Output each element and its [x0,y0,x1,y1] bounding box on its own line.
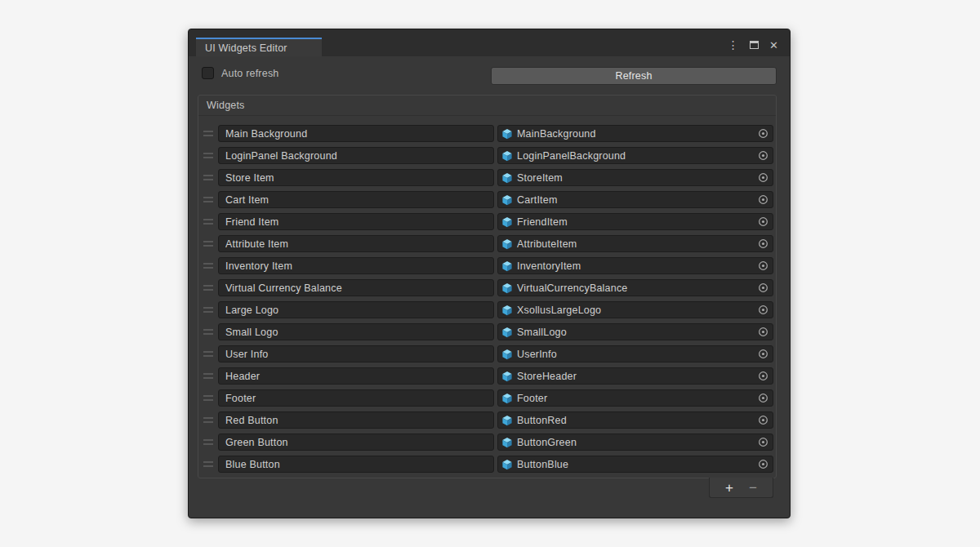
drag-handle-icon[interactable] [198,241,218,247]
widget-name-input[interactable] [218,169,494,186]
widget-row: ButtonBlue [198,456,776,473]
prefab-object-field[interactable]: ButtonBlue [497,456,773,473]
drag-handle-icon[interactable] [198,219,218,225]
widget-row: ButtonGreen [198,434,776,451]
widgets-list-header: Widgets [198,96,776,116]
widget-row: XsollusLargeLogo [198,301,776,318]
widget-name-input[interactable] [218,213,494,230]
object-picker-icon[interactable] [756,150,768,161]
widget-name-input[interactable] [218,389,494,407]
prefab-object-field[interactable]: StoreItem [497,169,773,186]
object-picker-icon[interactable] [756,349,768,359]
drag-handle-icon[interactable] [198,263,218,269]
prefab-cube-icon [501,415,513,426]
object-picker-icon[interactable] [756,194,768,205]
prefab-cube-icon [501,128,513,140]
drag-handle-icon[interactable] [198,417,218,423]
widget-name-input[interactable] [218,125,494,142]
prefab-cube-icon [501,327,513,338]
object-picker-icon[interactable] [756,459,768,469]
object-picker-icon[interactable] [756,172,768,183]
widget-name-input[interactable] [218,434,494,451]
drag-handle-icon[interactable] [198,307,218,313]
prefab-object-field[interactable]: ButtonGreen [497,434,773,451]
object-picker-icon[interactable] [756,128,768,139]
prefab-cube-icon [501,305,513,316]
remove-button[interactable]: − [749,481,757,495]
tab-ui-widgets-editor[interactable]: UI Widgets Editor [196,38,322,56]
widget-row: UserInfo [198,345,776,362]
object-picker-icon[interactable] [756,216,768,227]
drag-handle-icon[interactable] [198,175,218,180]
widget-name-input[interactable] [218,191,494,208]
drag-handle-icon[interactable] [198,461,218,467]
object-picker-icon[interactable] [756,437,768,447]
prefab-object-field[interactable]: XsollusLargeLogo [497,301,773,318]
auto-refresh-checkbox[interactable] [202,67,214,79]
drag-handle-icon[interactable] [198,153,218,158]
object-picker-icon[interactable] [756,305,768,315]
prefab-name: AttributeItem [517,238,756,250]
object-picker-icon[interactable] [756,393,768,403]
prefab-name: ButtonRed [517,415,756,426]
prefab-name: CartItem [517,194,756,206]
close-icon[interactable]: ✕ [769,40,778,51]
prefab-object-field[interactable]: LoginPanelBackground [497,147,773,164]
kebab-menu-icon[interactable]: ⋮ [728,39,739,51]
ui-widgets-editor-window: UI Widgets Editor ⋮ ✕ Auto refresh Refre… [188,29,791,518]
drag-handle-icon[interactable] [198,351,218,357]
drag-handle-icon[interactable] [198,439,218,445]
prefab-object-field[interactable]: SmallLogo [497,323,773,340]
prefab-cube-icon [501,437,513,448]
prefab-name: SmallLogo [517,327,756,338]
prefab-object-field[interactable]: CartItem [497,191,773,208]
prefab-object-field[interactable]: UserInfo [497,345,773,362]
prefab-object-field[interactable]: StoreHeader [497,367,773,385]
prefab-name: FriendItem [517,216,756,228]
widget-name-input[interactable] [218,323,494,340]
widget-row: InventoryItem [198,257,776,274]
prefab-object-field[interactable]: VirtualCurrencyBalance [497,279,773,296]
object-picker-icon[interactable] [756,260,768,271]
widget-name-input[interactable] [218,301,494,318]
widget-name-input[interactable] [218,147,494,164]
maximize-icon[interactable] [750,41,759,49]
prefab-object-field[interactable]: MainBackground [497,125,773,142]
prefab-cube-icon [501,282,513,294]
widget-name-input[interactable] [218,279,494,296]
drag-handle-icon[interactable] [198,395,218,401]
drag-handle-icon[interactable] [198,373,218,379]
prefab-object-field[interactable]: Footer [497,389,773,407]
widget-name-input[interactable] [218,411,494,429]
prefab-object-field[interactable]: ButtonRed [497,411,773,429]
widget-row: CartItem [198,191,776,208]
drag-handle-icon[interactable] [198,329,218,335]
widget-row: LoginPanelBackground [198,147,776,164]
prefab-name: Footer [517,393,756,404]
widget-row: SmallLogo [198,323,776,340]
widget-name-input[interactable] [218,257,494,274]
add-button[interactable]: + [725,481,733,495]
drag-handle-icon[interactable] [198,197,218,202]
object-picker-icon[interactable] [756,371,768,381]
widget-name-input[interactable] [218,367,494,385]
object-picker-icon[interactable] [756,282,768,293]
drag-handle-icon[interactable] [198,131,218,136]
refresh-button[interactable]: Refresh [491,67,777,85]
prefab-object-field[interactable]: FriendItem [497,213,773,230]
list-footer: + − [709,478,773,498]
object-picker-icon[interactable] [756,327,768,337]
widget-name-input[interactable] [218,345,494,362]
widget-name-input[interactable] [218,235,494,252]
object-picker-icon[interactable] [756,415,768,425]
widget-row: StoreItem [198,169,776,186]
toolbar: Auto refresh Refresh [189,56,790,89]
prefab-cube-icon [501,194,513,206]
widget-row: FriendItem [198,213,776,230]
drag-handle-icon[interactable] [198,285,218,291]
object-picker-icon[interactable] [756,238,768,249]
prefab-object-field[interactable]: InventoryItem [497,257,773,274]
prefab-cube-icon [501,150,513,162]
widget-name-input[interactable] [218,456,494,473]
prefab-object-field[interactable]: AttributeItem [497,235,773,252]
